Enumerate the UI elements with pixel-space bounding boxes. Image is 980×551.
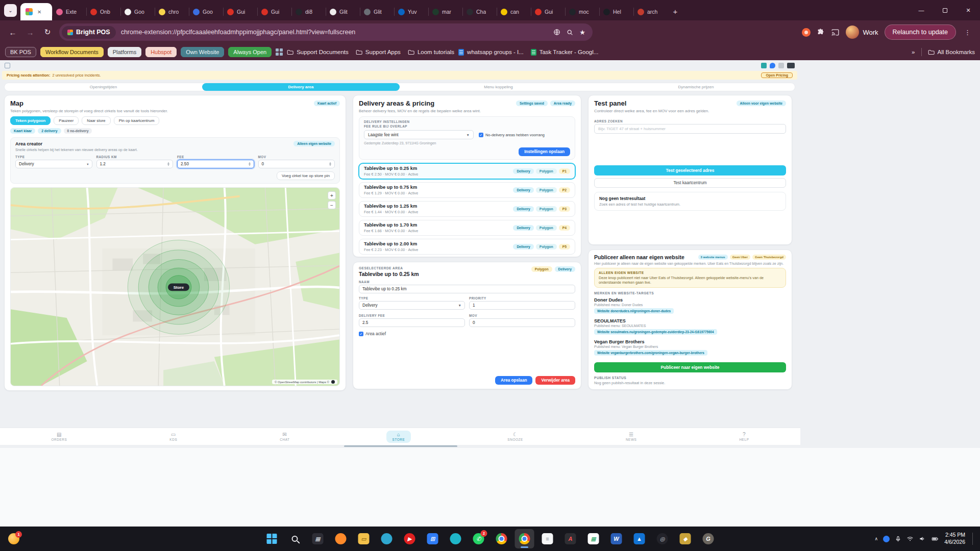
map-tool-button[interactable]: Pauzeer: [54, 116, 79, 125]
panel-icon[interactable]: [5, 63, 10, 68]
brand-website-chip[interactable]: Website seoulmates.nu/groningen-gedempte…: [594, 329, 717, 335]
teal-app-icon[interactable]: [446, 529, 465, 548]
minimize-button[interactable]: —: [910, 0, 933, 20]
show-desktop-button[interactable]: [972, 533, 974, 545]
yt-music-icon[interactable]: ▶: [400, 529, 420, 548]
section-tab[interactable]: Menu koppeling: [400, 83, 597, 91]
bookmark-doc[interactable]: whatsapp groups - I...: [458, 49, 524, 56]
bookmark-chip[interactable]: Own Website: [181, 47, 224, 57]
chrome-active-icon[interactable]: [515, 529, 534, 548]
save-area-button[interactable]: Area opslaan: [495, 376, 532, 385]
stepper-icon[interactable]: [329, 162, 331, 166]
start-button[interactable]: [262, 529, 282, 548]
bookmark-chip[interactable]: Workflow Documents: [40, 47, 104, 57]
browser-tab[interactable]: moc: [565, 3, 599, 20]
photos-icon[interactable]: ▲: [630, 529, 649, 548]
browser-profile[interactable]: Work: [846, 26, 878, 39]
search-icon[interactable]: [285, 529, 305, 548]
bookmark-folder[interactable]: Support Documents: [287, 49, 349, 56]
stats-icon[interactable]: [761, 63, 767, 68]
extensions-puzzle-icon[interactable]: [817, 28, 825, 36]
section-tab[interactable]: Dynamische prijzen: [597, 83, 795, 91]
whatsapp-icon[interactable]: ✆ 1: [469, 529, 488, 548]
browser-tab[interactable]: Yuv: [394, 3, 428, 20]
area-fee-input[interactable]: 2.5: [359, 318, 465, 327]
translate-icon[interactable]: [553, 29, 560, 36]
stepper-icon[interactable]: [249, 162, 251, 166]
maximize-button[interactable]: [933, 0, 957, 20]
tray-chevron-up-icon[interactable]: ∧: [875, 536, 878, 541]
delete-area-button[interactable]: Verwijder area: [535, 376, 575, 385]
browser-tab[interactable]: Gui: [257, 3, 291, 20]
acrobat-icon[interactable]: A: [561, 529, 580, 548]
zoom-in-button[interactable]: +: [328, 191, 336, 199]
word-icon[interactable]: W: [607, 529, 626, 548]
publish-button[interactable]: Publiceer naar eigen website: [594, 362, 786, 372]
creator-type-select[interactable]: Delivery▾: [15, 160, 92, 168]
browser-tab[interactable]: Goo: [189, 3, 223, 20]
edge-icon[interactable]: [377, 529, 397, 548]
keyboard-icon[interactable]: [787, 63, 795, 68]
cast-icon[interactable]: [831, 28, 840, 37]
bookmark-folder[interactable]: Support Apps: [356, 49, 401, 56]
new-tab-button[interactable]: +: [669, 5, 682, 18]
bookmark-folder[interactable]: Loom tutorials: [408, 49, 454, 56]
bookmark-star-icon[interactable]: ★: [579, 29, 585, 36]
section-tab[interactable]: Openingstijden: [5, 83, 202, 91]
store-pin[interactable]: Store: [168, 284, 189, 291]
open-pricing-button[interactable]: Open Pricing: [761, 72, 793, 78]
ms-store-icon[interactable]: ⊞: [423, 529, 443, 548]
bookmark-chip[interactable]: Always Open: [228, 47, 272, 57]
chrome-icon[interactable]: [492, 529, 511, 548]
stepper-icon[interactable]: [167, 162, 169, 166]
footer-nav-item[interactable]: ✉ CHAT: [274, 431, 296, 443]
footer-nav-item[interactable]: ▤ ORDERS: [45, 431, 73, 443]
checkbox-checked-icon[interactable]: ✓: [359, 332, 363, 336]
area-priority-input[interactable]: 1: [469, 301, 575, 310]
footer-nav-item[interactable]: ☾ SNOOZE: [501, 431, 529, 443]
apps-grid-bookmark-icon[interactable]: [276, 48, 283, 56]
footer-nav-item[interactable]: ⌂ STORE: [386, 431, 411, 443]
bookmark-chip[interactable]: BK POS: [5, 47, 36, 57]
delivery-area-row[interactable]: Tablevibe up to 1.70 km Fee € 1.66 · MOV…: [359, 220, 575, 236]
close-tab-icon[interactable]: ✕: [37, 9, 41, 15]
brand-website-chip[interactable]: Website donerdudes.nl/groningen-doner-du…: [594, 308, 674, 314]
pinned-extension-icon[interactable]: [802, 28, 811, 37]
browser-menu-icon[interactable]: ⋮: [962, 29, 973, 36]
delivery-area-row[interactable]: Tablevibe up to 2.00 km Fee € 2.23 · MOV…: [359, 239, 575, 255]
task-view-icon[interactable]: ▦: [308, 529, 328, 548]
browser-tab[interactable]: Goo: [120, 3, 155, 20]
footer-nav-item[interactable]: ? HELP: [733, 431, 755, 443]
bookmark-chip[interactable]: Hubspot: [145, 47, 177, 57]
section-tab[interactable]: Delivery area: [202, 83, 400, 91]
tray-app-icon[interactable]: [883, 536, 890, 542]
browser-tab[interactable]: Glit: [360, 3, 394, 20]
no-delivery-priority-checkbox[interactable]: ✓ No-delivery areas hebben voorrang: [479, 133, 545, 137]
delivery-area-row[interactable]: Tablevibe up to 0.25 km Fee € 2.50 · MOV…: [359, 163, 575, 179]
test-selected-address-button[interactable]: Test geselecteerd adres: [594, 165, 786, 176]
checkbox-checked-icon[interactable]: ✓: [479, 133, 483, 137]
browser-tab[interactable]: can: [497, 3, 531, 20]
fee-rule-select[interactable]: Laagste fee wint▼: [364, 130, 474, 139]
forward-icon[interactable]: →: [22, 24, 38, 40]
footer-nav-item[interactable]: ▭ KDS: [163, 431, 183, 443]
browser-tab[interactable]: chro: [155, 3, 189, 20]
bookmark-chip[interactable]: Platforms: [108, 47, 141, 57]
creator-radius-input[interactable]: 1.2: [96, 160, 174, 168]
yellow-app-icon[interactable]: ◆: [676, 529, 695, 548]
close-window-button[interactable]: ✕: [957, 0, 980, 20]
brand-website-chip[interactable]: Website veganburgerbrothers.com/groninge…: [594, 350, 707, 356]
address-search-input[interactable]: [594, 124, 786, 134]
reload-icon[interactable]: ↻: [40, 24, 55, 40]
area-name-input[interactable]: Tablevibe up to 0.25 km: [359, 285, 575, 293]
tab-search-button[interactable]: ⌄: [4, 4, 17, 17]
relaunch-to-update-button[interactable]: Relaunch to update: [885, 24, 956, 40]
test-map-center-button[interactable]: Test kaartcentrum: [594, 178, 786, 188]
gimp-icon[interactable]: G: [699, 529, 718, 548]
browser-tab[interactable]: Onb: [86, 3, 120, 20]
sheets-icon[interactable]: ▦: [584, 529, 603, 548]
address-bar[interactable]: Bright POS chrome-extension://pfpclfcaaa…: [59, 23, 593, 41]
bookmarks-overflow-icon[interactable]: »: [912, 49, 915, 55]
zoom-out-button[interactable]: −: [328, 201, 336, 209]
browser-tab[interactable]: Cha: [462, 3, 497, 20]
